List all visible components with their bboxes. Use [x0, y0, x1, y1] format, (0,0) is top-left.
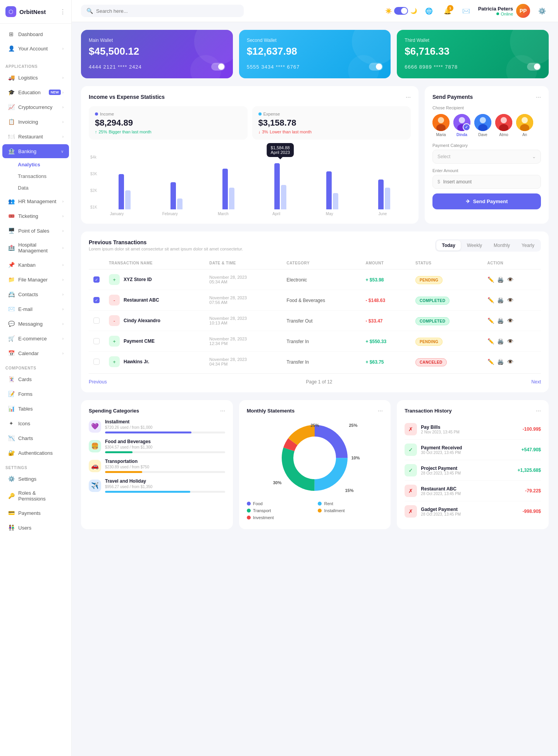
checkbox-cme[interactable] — [93, 338, 100, 344]
edit-icon[interactable]: ✏️ — [487, 318, 494, 324]
calendar-icon: 📅 — [8, 350, 15, 357]
sidebar-item-contacts[interactable]: 📇 Contacts › — [2, 287, 69, 301]
sidebar-item-roles[interactable]: 🔑 Roles & Permissions — [2, 487, 69, 505]
sidebar-sub-transactions[interactable]: Transactions — [15, 171, 69, 182]
amount-input[interactable] — [443, 179, 536, 185]
send-payment-button[interactable]: ✈ Send Payment — [432, 193, 541, 209]
sidebar-item-authentications[interactable]: 🔐 Authentications — [2, 446, 69, 460]
mail-btn[interactable]: ✉️ — [460, 4, 473, 17]
edit-icon[interactable]: ✏️ — [487, 338, 494, 344]
checkbox-hawkins[interactable] — [93, 359, 100, 365]
section-applications-label: APPLICATIONS — [0, 59, 71, 70]
view-icon[interactable]: 👁️ — [507, 297, 513, 303]
hist-name-restaurant-hist: Restaurant ABC — [421, 486, 461, 492]
next-button[interactable]: Next — [531, 379, 541, 385]
spending-item-travel: ✈️ Travel and Holiday $956.27 used / fro… — [89, 478, 225, 493]
sidebar-item-icons[interactable]: ✦ Icons — [2, 416, 69, 430]
sidebar-menu-icon[interactable]: ⋮ — [60, 8, 66, 16]
sidebar-item-restaurant[interactable]: 🍽️ Restaurant › — [2, 129, 69, 143]
category-cindy: Transfer Out — [287, 318, 313, 324]
sidebar-label-roles: Roles & Permissions — [18, 490, 64, 502]
sidebar-item-forms[interactable]: 📝 Forms — [2, 387, 69, 401]
sidebar-item-tables[interactable]: 📊 Tables — [2, 402, 69, 416]
sidebar-item-hr[interactable]: 👥 HR Management › — [2, 194, 69, 208]
third-wallet-toggle[interactable] — [527, 63, 541, 71]
col-action: ACTION — [483, 257, 541, 269]
print-icon[interactable]: 🖨️ — [497, 276, 504, 283]
print-icon[interactable]: 🖨️ — [497, 359, 504, 365]
previous-button[interactable]: Previous — [89, 379, 107, 385]
sidebar-item-pos[interactable]: 🖥️ Point of Sales › — [2, 224, 69, 238]
sidebar-sub-analytics[interactable]: Analytics — [15, 159, 69, 170]
sidebar-item-payments[interactable]: 💳 Payments — [2, 506, 69, 520]
notification-btn[interactable]: 🔔 1 — [441, 4, 454, 17]
recipient-an[interactable]: An — [516, 114, 533, 137]
checkbox-cindy[interactable] — [93, 318, 100, 324]
monthly-more-icon[interactable]: ⋯ — [378, 408, 383, 414]
sidebar-item-banking[interactable]: 🏦 Banking ∨ — [2, 144, 69, 158]
file-manager-icon: 📁 — [8, 276, 15, 283]
payment-category-select[interactable]: Select ⌄ — [432, 150, 541, 164]
view-icon[interactable]: 👁️ — [507, 318, 513, 324]
tab-weekly[interactable]: Weekly — [462, 240, 487, 250]
sidebar-item-ticketing[interactable]: 🎟️ Ticketing › — [2, 209, 69, 223]
sidebar-item-charts[interactable]: 📉 Charts — [2, 431, 69, 445]
sidebar-item-calendar[interactable]: 📅 Calendar › — [2, 346, 69, 360]
recipient-maria[interactable]: Maria — [432, 114, 450, 137]
edit-icon[interactable]: ✏️ — [487, 359, 494, 365]
user-area[interactable]: Patricia Peters Online PP — [478, 4, 530, 18]
sidebar-item-email[interactable]: ✉️ E-mail › — [2, 302, 69, 316]
legend-dot-investment — [247, 516, 251, 520]
sidebar-item-cards[interactable]: 🃏 Cards — [2, 372, 69, 386]
sidebar-item-dashboard[interactable]: ⊞ Dashboard — [2, 27, 69, 41]
sidebar-label-hr: HR Management — [18, 198, 62, 204]
hist-more-icon[interactable]: ⋯ — [536, 408, 541, 414]
sidebar-item-file-manager[interactable]: 📁 File Manager › — [2, 273, 69, 287]
sidebar-item-users[interactable]: 👫 Users — [2, 521, 69, 535]
gear-settings-btn[interactable]: ⚙️ — [536, 4, 549, 17]
main-wallet-toggle[interactable] — [211, 63, 225, 71]
sidebar-item-invoicing[interactable]: 📋 Invoicing › — [2, 115, 69, 129]
bar-feb-expense — [177, 198, 183, 209]
sidebar-item-logistics[interactable]: 🚚 Logistics › — [2, 71, 69, 85]
recipient-avatar-dinda — [453, 114, 470, 131]
spending-more-icon[interactable]: ⋯ — [220, 408, 225, 414]
checkbox-restaurant[interactable]: ✓ — [93, 297, 100, 303]
sidebar-item-your-account[interactable]: 👤 Your Account › — [2, 41, 69, 55]
send-more-icon[interactable]: ⋯ — [536, 94, 541, 100]
hist-date-restaurant-hist: 28 Oct 2023, 13:45 PM — [421, 492, 461, 496]
edit-icon[interactable]: ✏️ — [487, 297, 494, 303]
tab-yearly[interactable]: Yearly — [516, 240, 540, 250]
recipient-dave[interactable]: Dave — [474, 114, 491, 137]
sidebar-item-cryptocurrency[interactable]: 📈 Cryptocurrency › — [2, 100, 69, 114]
transactions-title-area: Previous Transactions Lorem ipsum dolor … — [89, 239, 243, 251]
sidebar-sub-data[interactable]: Data — [15, 182, 69, 193]
checkbox-xyz[interactable]: ✓ — [93, 276, 100, 283]
view-icon[interactable]: 👁️ — [507, 276, 513, 283]
stats-more-icon[interactable]: ⋯ — [406, 94, 411, 100]
recipient-atmo[interactable]: Atmo — [495, 114, 512, 137]
view-icon[interactable]: 👁️ — [507, 338, 513, 344]
sidebar-item-settings[interactable]: ⚙️ Settings — [2, 472, 69, 486]
search-input[interactable] — [96, 8, 238, 14]
dark-mode-toggle[interactable] — [394, 7, 408, 15]
print-icon[interactable]: 🖨️ — [497, 338, 504, 344]
edit-icon[interactable]: ✏️ — [487, 276, 494, 283]
tab-today[interactable]: Today — [436, 240, 460, 250]
category-placeholder: Select — [437, 154, 450, 159]
mid-row: Income vs Expense Statistics ⋯ Income $8… — [81, 86, 549, 224]
sidebar-item-messaging[interactable]: 💬 Messaging › — [2, 317, 69, 331]
sidebar-item-ecommerce[interactable]: 🛒 E-commerce › — [2, 331, 69, 345]
print-icon[interactable]: 🖨️ — [497, 318, 504, 324]
tab-monthly[interactable]: Monthly — [488, 240, 515, 250]
sidebar-item-hospital[interactable]: 🏥 Hospital Management › — [2, 238, 69, 257]
actions-hawkins: ✏️🖨️👁️ — [487, 359, 536, 365]
svg-point-10 — [501, 117, 507, 123]
translate-icon-btn[interactable]: 🌐 — [422, 4, 436, 17]
sidebar-item-kanban[interactable]: 📌 Kanban › — [2, 258, 69, 272]
view-icon[interactable]: 👁️ — [507, 359, 513, 365]
recipient-dinda[interactable]: Dinda — [453, 114, 470, 137]
sidebar-item-education[interactable]: 🎓 Education NEW › — [2, 85, 69, 99]
print-icon[interactable]: 🖨️ — [497, 297, 504, 303]
second-wallet-toggle[interactable] — [369, 63, 383, 71]
